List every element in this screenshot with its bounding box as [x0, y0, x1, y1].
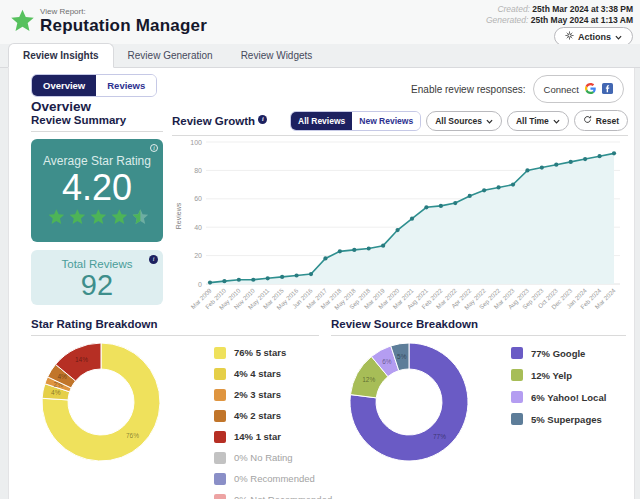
svg-text:40: 40 [194, 224, 202, 231]
svg-text:77%: 77% [433, 433, 446, 440]
connect-button-label: Connect [544, 84, 579, 95]
review-growth-section: Review Growth i All Reviews New Reviews … [172, 110, 628, 320]
legend-label: 14% 1 star [234, 431, 281, 442]
tab-review-widgets[interactable]: Review Widgets [227, 44, 327, 67]
star-rating-legend: 76% 5 stars4% 4 stars2% 3 stars4% 2 star… [214, 342, 332, 499]
average-star-rating-value: 4.20 [31, 168, 163, 208]
total-reviews-card: i Total Reviews 92 [31, 250, 163, 305]
legend-swatch [214, 431, 226, 443]
legend-label: 5% Superpages [531, 414, 602, 425]
created-label: Created: [497, 4, 530, 14]
legend-swatch [511, 347, 523, 359]
average-star-rating-card: i Average Star Rating 4.20 [31, 139, 163, 242]
legend-label: 2% 3 stars [234, 389, 281, 400]
all-time-dropdown[interactable]: All Time [507, 111, 569, 131]
all-reviews-button[interactable]: All Reviews [291, 112, 352, 130]
legend-item-2-stars: 4% 2 stars [214, 405, 332, 426]
svg-text:76%: 76% [126, 432, 139, 439]
legend-item-superpages: 5% Superpages [511, 408, 606, 430]
legend-swatch [214, 494, 226, 499]
star-rating-breakdown-heading: Star Rating Breakdown [31, 318, 319, 336]
review-source-breakdown-section: Review Source Breakdown 77%12%6%5% 77% G… [331, 318, 626, 336]
legend-swatch [214, 368, 226, 380]
svg-text:14%: 14% [75, 356, 88, 363]
gear-icon [565, 31, 574, 42]
legend-swatch [214, 410, 226, 422]
report-header: View Report: Reputation Manager Created:… [0, 0, 640, 44]
svg-text:5%: 5% [397, 353, 407, 360]
star-rating-donut-chart[interactable]: 76%4%2%4%14% [37, 338, 165, 470]
legend-item-recommended: 0% Recommended [214, 468, 332, 489]
legend-swatch [511, 413, 523, 425]
info-icon[interactable]: i [150, 144, 158, 152]
legend-label: 6% Yahoo! Local [531, 392, 606, 403]
enable-review-responses: Enable review responses: Connect [411, 75, 624, 103]
legend-item-3-stars: 2% 3 stars [214, 384, 332, 405]
reset-button[interactable]: Reset [574, 110, 628, 131]
growth-controls: All Reviews New Reviews All Sources All … [290, 110, 628, 131]
legend-label: 4% 2 stars [234, 410, 281, 421]
legend-label: 0% No Rating [234, 452, 293, 463]
svg-text:4%: 4% [57, 373, 67, 380]
reviews-toggle-button[interactable]: Reviews [96, 75, 156, 96]
main-tabs: Review Insights Review Generation Review… [0, 44, 640, 68]
star-rating-stars [31, 208, 163, 231]
legend-swatch [214, 347, 226, 359]
overview-reviews-toggle: Overview Reviews [31, 74, 157, 97]
svg-text:60: 60 [194, 195, 202, 202]
review-summary-section: Review Summary i Average Star Rating 4.2… [31, 114, 163, 305]
generated-value: 25th May 2024 at 1:13 AM [531, 15, 633, 25]
google-icon [585, 80, 596, 98]
chevron-down-icon [615, 32, 622, 42]
total-reviews-label: Total Reviews [31, 250, 163, 270]
facebook-icon [602, 80, 613, 98]
legend-item-google: 77% Google [511, 342, 606, 364]
connect-button[interactable]: Connect [533, 75, 624, 103]
legend-item-no-rating: 0% No Rating [214, 447, 332, 468]
star-rating-breakdown-section: Star Rating Breakdown 76%4%2%4%14% 76% 5… [31, 318, 319, 336]
svg-text:0: 0 [198, 281, 202, 288]
review-growth-heading: Review Growth i [172, 115, 267, 127]
chevron-down-icon [553, 116, 560, 126]
overview-toggle-button[interactable]: Overview [32, 75, 96, 96]
svg-text:6%: 6% [382, 358, 392, 365]
view-report-label: View Report: [40, 7, 86, 16]
info-icon[interactable]: i [258, 115, 267, 124]
legend-swatch [214, 473, 226, 485]
total-reviews-value: 92 [31, 270, 163, 300]
legend-label: 12% Yelp [531, 370, 572, 381]
created-value: 25th Mar 2024 at 3:38 PM [532, 4, 633, 14]
generated-label: Generated: [486, 15, 529, 25]
donut-chart-svg: 76%4%2%4%14% [37, 338, 165, 466]
new-reviews-button[interactable]: New Reviews [352, 112, 420, 130]
legend-item-4-stars: 4% 4 stars [214, 363, 332, 384]
info-icon[interactable]: i [149, 255, 158, 264]
legend-item-5-stars: 76% 5 stars [214, 342, 332, 363]
content-panel: Overview Reviews Enable review responses… [8, 68, 635, 499]
legend-swatch [511, 391, 523, 403]
review-source-legend: 77% Google12% Yelp6% Yahoo! Local5% Supe… [511, 342, 606, 430]
review-growth-chart[interactable]: 020406080100ReviewsMar 2009Feb 2010May 2… [172, 138, 628, 320]
line-chart-svg: 020406080100ReviewsMar 2009Feb 2010May 2… [172, 138, 626, 316]
legend-label: 0% Recommended [234, 473, 315, 484]
green-star-logo-icon [9, 8, 36, 39]
legend-swatch [214, 389, 226, 401]
review-source-donut-chart[interactable]: 77%12%6%5% [345, 338, 473, 470]
report-meta: Created: 25th Mar 2024 at 3:38 PM Genera… [486, 4, 633, 26]
svg-text:Reviews: Reviews [175, 202, 182, 229]
reputation-manager-page: View Report: Reputation Manager Created:… [0, 0, 640, 499]
svg-text:12%: 12% [362, 376, 375, 383]
page-title: Reputation Manager [40, 16, 207, 36]
legend-item-1-star: 14% 1 star [214, 426, 332, 447]
average-star-rating-label: Average Star Rating [31, 139, 163, 168]
legend-label: 0% Not Recommended [234, 494, 332, 499]
svg-text:100: 100 [190, 139, 202, 146]
donut-chart-svg: 77%12%6%5% [345, 338, 473, 466]
review-summary-heading: Review Summary [31, 114, 163, 132]
all-sources-dropdown[interactable]: All Sources [426, 111, 502, 131]
svg-text:20: 20 [194, 252, 202, 259]
chevron-down-icon [486, 116, 493, 126]
tab-review-insights[interactable]: Review Insights [8, 43, 114, 68]
tab-review-generation[interactable]: Review Generation [114, 44, 227, 67]
actions-button-label: Actions [578, 32, 611, 42]
